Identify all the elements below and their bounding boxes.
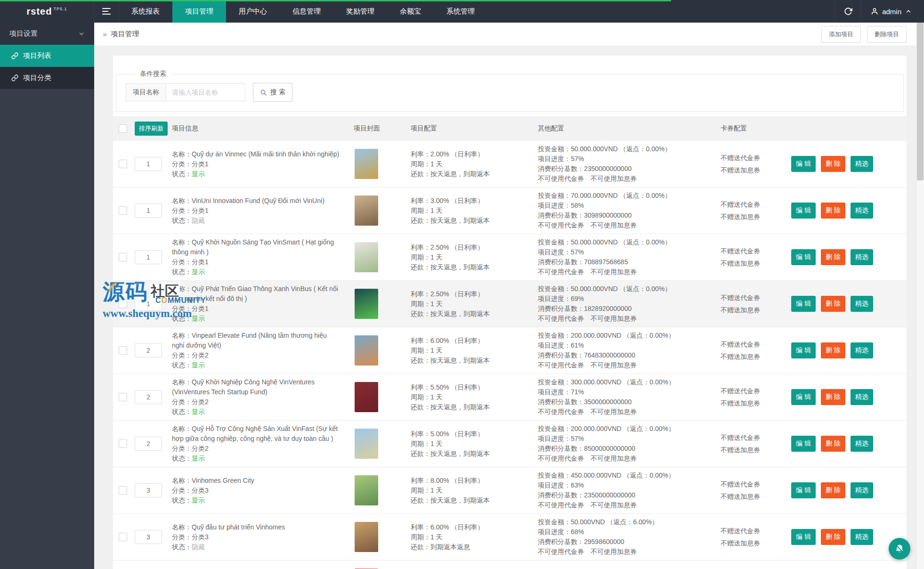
- feature-button[interactable]: 精选: [851, 203, 873, 219]
- nav-item-system-management[interactable]: 系统管理: [434, 0, 487, 23]
- delete-button[interactable]: 删 除: [821, 296, 845, 312]
- delete-project-button[interactable]: 删除项目: [867, 26, 907, 43]
- top-navbar: rstedTP5.1 系统报表 项目管理 用户中心 信息管理 奖励管理 余额宝 …: [0, 0, 924, 23]
- feature-button[interactable]: 精选: [851, 436, 873, 452]
- sort-order-input[interactable]: [135, 530, 162, 544]
- notification-mute-button[interactable]: [889, 538, 910, 560]
- project-category: 分类1: [192, 305, 209, 312]
- sort-order-input[interactable]: [135, 250, 162, 264]
- project-name: Quỹ dự án Vinmec (Mãi mãi tinh thần khởi…: [192, 150, 339, 158]
- edit-button[interactable]: 编 辑: [791, 482, 816, 498]
- row-checkbox[interactable]: [119, 439, 127, 448]
- sort-order-input[interactable]: [135, 343, 162, 358]
- project-status: 隐藏: [192, 543, 205, 551]
- project-name-input[interactable]: [166, 83, 245, 101]
- sort-refresh-badge[interactable]: 排序刷新: [135, 122, 168, 136]
- feature-button[interactable]: 精选: [851, 249, 873, 265]
- invest-amount: 50.000VND （返点：6.00%）: [571, 518, 658, 526]
- sidebar-group-project-settings[interactable]: 项目设置: [0, 23, 94, 45]
- delete-button[interactable]: 删 除: [821, 482, 845, 498]
- page-title: 项目管理: [111, 30, 139, 39]
- project-category: 分类3: [192, 533, 209, 541]
- row-checkbox[interactable]: [119, 346, 127, 355]
- app-version: TP5.1: [53, 7, 67, 11]
- edit-button[interactable]: 编 辑: [791, 529, 816, 545]
- coupon-usability: 不可使用代金券 不可使用加息券: [538, 315, 637, 322]
- nav-item-system-reports[interactable]: 系统报表: [119, 0, 172, 23]
- project-rate: 3.00% （日利率）: [430, 197, 484, 204]
- delete-button[interactable]: 删 除: [821, 436, 845, 452]
- edit-button[interactable]: 编 辑: [791, 296, 816, 312]
- nav-item-project-management[interactable]: 项目管理: [172, 0, 226, 23]
- user-menu[interactable]: admin: [861, 0, 924, 23]
- row-checkbox[interactable]: [119, 533, 127, 541]
- edit-button[interactable]: 编 辑: [791, 342, 816, 358]
- coupon-usability: 不可使用代金券 不可使用加息券: [538, 268, 637, 276]
- invest-amount: 200.000.000VND （返点：0.00%）: [571, 425, 675, 432]
- project-name: Vinpearl Elevate Fund (Nâng tầm thương h…: [172, 332, 327, 349]
- delete-button[interactable]: 删 除: [821, 203, 845, 219]
- row-checkbox[interactable]: [119, 160, 127, 168]
- feature-button[interactable]: 精选: [851, 156, 873, 172]
- sort-order-input[interactable]: [135, 483, 162, 497]
- feature-button[interactable]: 精选: [851, 342, 873, 358]
- edit-button[interactable]: 编 辑: [791, 436, 816, 452]
- delete-button[interactable]: 删 除: [821, 389, 845, 405]
- row-checkbox[interactable]: [119, 300, 127, 308]
- project-repay: 到期返本返息: [430, 543, 470, 551]
- chevron-up-icon: [905, 8, 912, 15]
- row-checkbox[interactable]: [119, 253, 127, 261]
- delete-button[interactable]: 删 除: [821, 529, 845, 545]
- select-all-checkbox[interactable]: [119, 124, 127, 133]
- project-category: 分类3: [192, 487, 209, 494]
- feature-button[interactable]: 精选: [851, 389, 873, 405]
- nav-item-yuebao[interactable]: 余额宝: [387, 0, 434, 23]
- edit-button[interactable]: 编 辑: [791, 249, 816, 265]
- nav-item-info-management[interactable]: 信息管理: [280, 0, 333, 23]
- search-button[interactable]: 搜 索: [253, 83, 292, 102]
- row-checkbox[interactable]: [119, 206, 127, 215]
- invest-amount: 50.000.000VND （返点：0.00%）: [571, 238, 671, 246]
- feature-button[interactable]: 精选: [851, 482, 873, 498]
- search-icon: [260, 89, 267, 96]
- sort-order-input[interactable]: [135, 157, 162, 171]
- feature-button[interactable]: 精选: [851, 529, 873, 545]
- points-base: 23500000000000: [584, 491, 635, 499]
- scrollbar-thumb[interactable]: [917, 23, 924, 180]
- add-project-button[interactable]: 添加项目: [821, 26, 861, 43]
- delete-button[interactable]: 删 除: [821, 342, 845, 358]
- sort-order-input[interactable]: [135, 437, 162, 451]
- no-voucher-label: 不赠送代金券: [721, 245, 791, 257]
- sidebar-item-project-category[interactable]: 项目分类: [0, 67, 94, 89]
- delete-button[interactable]: 删 除: [821, 156, 845, 172]
- no-interest-label: 不赠送加息券: [721, 257, 791, 269]
- scrollbar-track[interactable]: [916, 23, 924, 569]
- project-status: 显示: [192, 315, 205, 322]
- username: admin: [882, 8, 901, 16]
- row-checkbox[interactable]: [119, 486, 127, 495]
- coupon-usability: 不可使用代金券 不可使用加息券: [538, 221, 637, 229]
- sidebar-toggle-button[interactable]: [94, 0, 119, 23]
- project-period: 1 天: [430, 253, 443, 261]
- delete-button[interactable]: 删 除: [821, 249, 845, 265]
- sort-order-input[interactable]: [135, 390, 162, 404]
- edit-button[interactable]: 编 辑: [791, 156, 816, 172]
- row-checkbox[interactable]: [119, 393, 127, 401]
- sort-order-input[interactable]: [135, 203, 162, 218]
- nav-item-reward-management[interactable]: 奖励管理: [333, 0, 387, 23]
- refresh-button[interactable]: [835, 0, 861, 23]
- edit-button[interactable]: 编 辑: [791, 389, 816, 405]
- project-period: 1 天: [430, 487, 443, 494]
- table-row: 名称：Quỹ Phát Triển Giao Thông Xanh VinBus…: [113, 281, 907, 327]
- nav-item-user-center[interactable]: 用户中心: [226, 0, 280, 23]
- project-category: 分类1: [192, 258, 209, 266]
- project-name: Vinhomes Green City: [192, 477, 254, 484]
- project-period: 1 天: [430, 347, 443, 354]
- project-name: VinUni Innovation Fund (Quỹ Đổi mới VinU…: [192, 197, 324, 204]
- sidebar-item-project-list[interactable]: 项目列表: [0, 45, 94, 67]
- edit-button[interactable]: 编 辑: [791, 203, 816, 219]
- sort-order-input[interactable]: [135, 297, 162, 311]
- coupon-usability: 不可使用代金券 不可使用加息券: [538, 361, 637, 369]
- table-row: 名称：Quỹ Khởi Nghiệp Công Nghệ VinVentures…: [113, 374, 907, 421]
- feature-button[interactable]: 精选: [851, 296, 873, 312]
